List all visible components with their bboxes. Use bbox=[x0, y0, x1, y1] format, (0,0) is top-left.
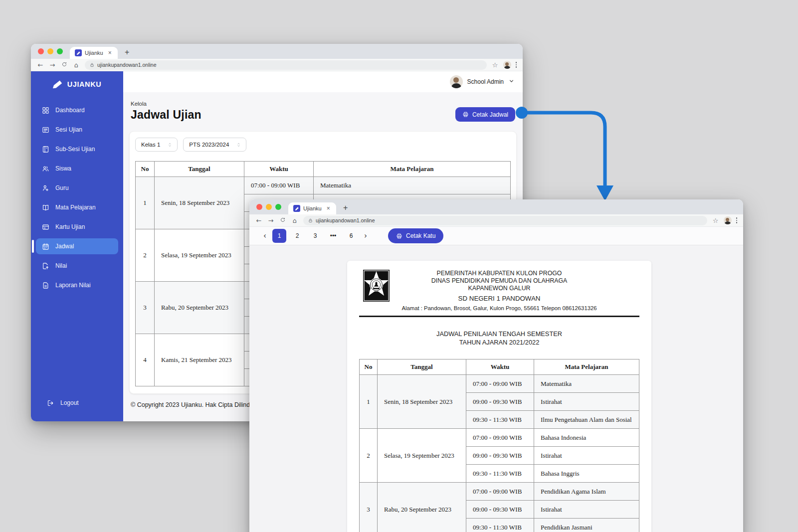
minimize-window-button[interactable] bbox=[266, 204, 272, 210]
sidebar-item-jadwal[interactable]: Jadwal bbox=[36, 238, 118, 254]
cell-mapel: Istirahat bbox=[534, 447, 639, 465]
nilai-icon bbox=[42, 262, 49, 270]
sidebar-item-label: Logout bbox=[60, 399, 79, 406]
school-name: SD NEGERI 1 PANDOWAN bbox=[359, 295, 639, 302]
cetak-katu-button[interactable]: Cetak Katu bbox=[388, 228, 443, 243]
forward-icon[interactable]: → bbox=[267, 217, 274, 224]
window-controls[interactable] bbox=[38, 44, 63, 59]
browser-tab[interactable]: Ujianku × bbox=[288, 202, 336, 214]
sidebar-item-laporan-nilai[interactable]: Laporan Nilai bbox=[36, 277, 118, 293]
ujianku-favicon-icon bbox=[293, 205, 300, 212]
profile-avatar-icon[interactable] bbox=[503, 61, 511, 69]
kulon-progo-emblem-icon bbox=[363, 270, 390, 302]
cell-waktu: 09:30 - 11:30 WIB bbox=[466, 519, 534, 532]
app-header: School Admin bbox=[123, 71, 523, 92]
prev-page-icon[interactable]: ‹ bbox=[261, 231, 268, 240]
minimize-window-button[interactable] bbox=[47, 48, 53, 54]
tab-close-icon[interactable]: × bbox=[108, 49, 112, 56]
sidebar-item-kartu-ujian[interactable]: Kartu Ujian bbox=[36, 219, 118, 235]
cell-waktu: 09:30 - 11:30 WIB bbox=[466, 411, 534, 429]
window-controls[interactable] bbox=[256, 199, 281, 214]
cell-tanggal: Selasa, 19 September 2023 bbox=[155, 229, 244, 282]
letterhead: PEMERINTAH KABUPATEN KULON PROGO DINAS P… bbox=[359, 270, 639, 317]
page-button-1[interactable]: 1 bbox=[272, 229, 286, 243]
periode-select[interactable]: PTS 2023/2024 bbox=[183, 138, 246, 152]
guru-icon bbox=[42, 184, 49, 192]
cell-mapel: Pendidikan Jasmani bbox=[534, 519, 639, 532]
reload-icon[interactable] bbox=[61, 61, 68, 69]
cell-no: 3 bbox=[136, 282, 155, 334]
sidebar-item-sub-sesi-ujian[interactable]: Sub-Sesi Ujian bbox=[36, 141, 118, 157]
page-button-6[interactable]: 6 bbox=[344, 229, 358, 243]
new-tab-button[interactable]: + bbox=[343, 203, 348, 214]
cell-mapel: Bahasa Inggris bbox=[534, 465, 639, 483]
sidebar-item-guru[interactable]: Guru bbox=[36, 180, 118, 196]
reload-icon[interactable] bbox=[279, 217, 286, 224]
cell-waktu: 07:00 - 09:00 WIB bbox=[466, 429, 534, 447]
sidebar-item-dashboard[interactable]: Dashboard bbox=[36, 102, 118, 118]
kelas-select[interactable]: Kelas 1 bbox=[135, 138, 178, 152]
cell-mapel: Matematika bbox=[314, 177, 511, 194]
user-name: School Admin bbox=[467, 78, 504, 85]
back-icon[interactable]: ← bbox=[37, 61, 44, 69]
sidebar-item-logout[interactable]: Logout bbox=[41, 395, 113, 411]
logout-icon bbox=[47, 399, 54, 407]
ujianku-favicon-icon bbox=[75, 49, 82, 56]
sidebar-item-mata-pelajaran[interactable]: Mata Pelajaran bbox=[36, 199, 118, 215]
home-icon[interactable]: ⌂ bbox=[291, 217, 298, 224]
url-text: ujiankupandowan1.online bbox=[97, 62, 157, 68]
user-avatar[interactable] bbox=[450, 75, 463, 88]
fullscreen-window-button[interactable] bbox=[275, 204, 281, 210]
bookmark-star-icon[interactable]: ☆ bbox=[492, 61, 499, 69]
cell-tanggal: Selasa, 19 September 2023 bbox=[378, 429, 466, 483]
browser-tab[interactable]: Ujianku × bbox=[70, 47, 118, 59]
cell-tanggal: Rabu, 20 September 2023 bbox=[378, 483, 466, 532]
page-button-2[interactable]: 2 bbox=[290, 229, 304, 243]
close-window-button[interactable] bbox=[38, 48, 44, 54]
letterhead-line: PEMERINTAH KABUPATEN KULON PROGO bbox=[359, 270, 639, 277]
back-icon[interactable]: ← bbox=[255, 217, 262, 224]
annotation-arrow bbox=[514, 100, 628, 214]
forward-icon[interactable]: → bbox=[49, 61, 56, 69]
cell-waktu: 09:00 - 09:30 WIB bbox=[466, 501, 534, 519]
close-window-button[interactable] bbox=[256, 204, 262, 210]
sidebar-item-label: Kartu Ujian bbox=[55, 223, 85, 230]
laporan-nilai-icon bbox=[42, 282, 49, 289]
home-icon[interactable]: ⌂ bbox=[73, 61, 80, 69]
cell-mapel: Pendidikan Agama Islam bbox=[534, 483, 639, 501]
profile-avatar-icon[interactable] bbox=[724, 216, 732, 224]
table-row: 1Senin, 18 September 202307:00 - 09:00 W… bbox=[360, 375, 639, 393]
address-input[interactable]: ujiankupandowan1.online bbox=[303, 216, 707, 225]
menu-kebab-icon[interactable] bbox=[736, 217, 738, 223]
cetak-jadwal-button[interactable]: Cetak Jadwal bbox=[455, 107, 515, 122]
sidebar-item-sesi-ujian[interactable]: Sesi Ujian bbox=[36, 122, 118, 138]
page-button-3[interactable]: 3 bbox=[308, 229, 322, 243]
cell-waktu: 07:00 - 09:00 WIB bbox=[466, 375, 534, 393]
tab-title: Ujianku bbox=[85, 50, 103, 56]
bookmark-star-icon[interactable]: ☆ bbox=[712, 217, 719, 224]
updown-chevrons-icon bbox=[236, 142, 241, 148]
menu-kebab-icon[interactable] bbox=[516, 62, 517, 68]
sidebar-item-label: Jadwal bbox=[55, 243, 74, 250]
sidebar-item-siswa[interactable]: Siswa bbox=[36, 161, 118, 177]
tab-close-icon[interactable]: × bbox=[327, 205, 330, 212]
cell-waktu: 09:30 - 11:30 WIB bbox=[466, 465, 534, 483]
fullscreen-window-button[interactable] bbox=[57, 48, 63, 54]
url-bar: ← → ⌂ ujiankupandowan1.online ☆ bbox=[249, 214, 743, 227]
cell-tanggal: Senin, 18 September 2023 bbox=[378, 375, 466, 429]
kartu-ujian-icon bbox=[42, 223, 49, 231]
tab-title: Ujianku bbox=[303, 205, 322, 211]
column-header: Waktu bbox=[244, 162, 314, 177]
sidebar: UJIANKU DashboardSesi UjianSub-Sesi Ujia… bbox=[31, 71, 123, 421]
next-page-icon[interactable]: › bbox=[362, 231, 369, 240]
chevron-down-icon[interactable] bbox=[508, 77, 515, 86]
new-tab-button[interactable]: + bbox=[125, 48, 129, 59]
address-input[interactable]: ujiankupandowan1.online bbox=[85, 60, 487, 70]
column-header: Tanggal bbox=[155, 162, 244, 177]
sidebar-item-label: Nilai bbox=[55, 262, 67, 269]
sidebar-item-nilai[interactable]: Nilai bbox=[36, 258, 118, 274]
sidebar-item-label: Sub-Sesi Ujian bbox=[55, 146, 95, 153]
table-row: 1Senin, 18 September 202307:00 - 09:00 W… bbox=[136, 177, 511, 194]
column-header: Waktu bbox=[466, 359, 534, 375]
cell-no: 1 bbox=[360, 375, 378, 429]
